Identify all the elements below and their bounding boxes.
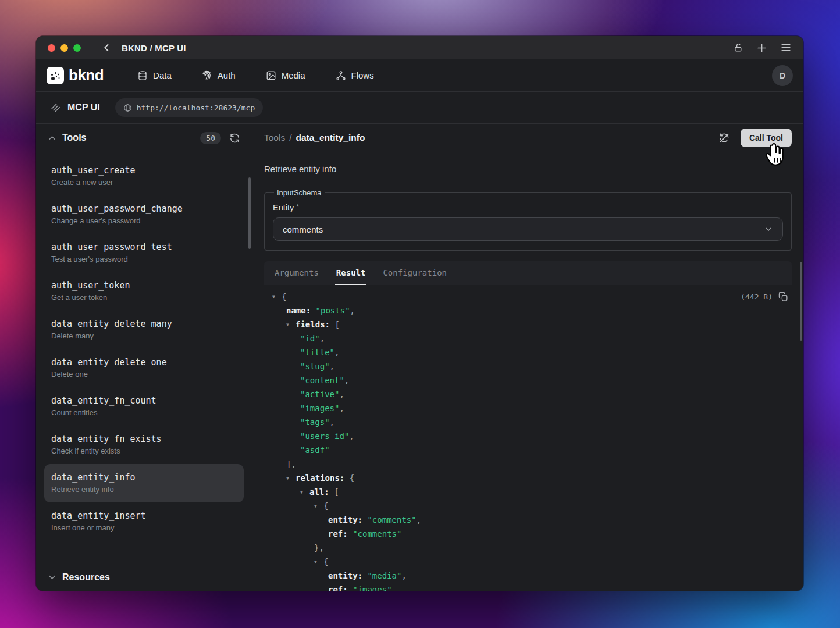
auto-refresh-off-icon[interactable]	[718, 132, 730, 144]
tool-description: Get a user token	[51, 293, 237, 302]
window-title: BKND / MCP UI	[122, 43, 186, 53]
nav-item-label: Data	[153, 70, 172, 80]
minimize-window-button[interactable]	[60, 44, 68, 52]
resources-section-header[interactable]: Resources	[36, 563, 252, 591]
json-line: name: "posts",	[272, 304, 792, 317]
resources-section-title: Resources	[62, 572, 110, 583]
json-line: "content",	[272, 373, 792, 387]
tool-list-item[interactable]: data_entity_info Retrieve entity info	[44, 464, 244, 502]
collapse-toggle-icon[interactable]: ▼	[286, 318, 296, 332]
json-line: "asdf"	[272, 443, 792, 457]
json-line: "active",	[272, 387, 792, 401]
entity-field-label: Entity*	[273, 203, 783, 212]
server-url: http://localhost:28623/mcp	[137, 104, 255, 112]
sidebar-scrollbar[interactable]	[248, 177, 251, 249]
tool-name: data_entity_delete_one	[51, 357, 237, 368]
close-window-button[interactable]	[48, 44, 55, 52]
tool-list-item[interactable]: auth_user_password_change Change a user'…	[36, 195, 252, 234]
result-scrollbar[interactable]	[800, 262, 802, 341]
tool-name: data_entity_fn_exists	[51, 434, 237, 445]
server-url-pill[interactable]: http://localhost:28623/mcp	[115, 98, 264, 117]
required-asterisk: *	[296, 203, 299, 211]
result-size-badge: (442 B)	[741, 292, 773, 301]
chevron-up-icon[interactable]	[48, 134, 56, 142]
nav-item-media[interactable]: Media	[266, 70, 305, 81]
tool-description: Retrieve entity info	[51, 485, 237, 494]
back-icon[interactable]	[102, 42, 112, 53]
refresh-tools-icon[interactable]	[229, 133, 240, 144]
tool-list: auth_user_create Create a new user auth_…	[36, 152, 252, 563]
tool-list-item[interactable]: data_entity_fn_count Count entities	[36, 387, 252, 426]
tool-description: Delete one	[51, 370, 237, 379]
lock-icon[interactable]	[734, 42, 743, 53]
fingerprint-icon	[202, 70, 212, 81]
json-line: ▼{	[272, 555, 792, 569]
nav-item-data[interactable]: Data	[137, 70, 172, 81]
tab-arguments[interactable]: Arguments	[273, 261, 320, 285]
tool-description: Retrieve entity info	[264, 164, 792, 174]
tools-count-badge: 50	[200, 132, 221, 144]
bknd-logo[interactable]: bknd	[47, 66, 104, 84]
json-line: ▼fields: [	[272, 317, 792, 331]
collapse-toggle-icon[interactable]: ▼	[314, 499, 323, 513]
nav-items: Data Auth Media Flows	[137, 70, 374, 81]
bknd-logo-icon	[47, 67, 64, 84]
tool-list-item[interactable]: auth_user_create Create a new user	[36, 157, 252, 195]
new-tab-icon[interactable]	[756, 42, 767, 53]
content-area: Tools 50 auth_user_create Create a new u…	[36, 124, 803, 591]
tool-list-item[interactable]: data_entity_delete_many Delete many	[36, 311, 252, 349]
json-line: ref: "comments"	[272, 527, 792, 541]
tool-detail-body: Retrieve entity info InputSchema Entity*…	[252, 152, 803, 591]
tools-sidebar: Tools 50 auth_user_create Create a new u…	[36, 124, 252, 591]
tool-name: auth_user_create	[51, 165, 237, 176]
mcp-header-row: MCP UI http://localhost:28623/mcp	[36, 92, 803, 124]
tool-list-item[interactable]: data_entity_delete_one Delete one	[36, 349, 252, 387]
tool-name: data_entity_delete_many	[51, 319, 237, 330]
tools-section-header[interactable]: Tools 50	[36, 124, 252, 152]
breadcrumb-current: data_entity_info	[296, 133, 365, 143]
nav-item-label: Auth	[218, 70, 236, 80]
menu-icon[interactable]	[780, 42, 792, 53]
nav-item-flows[interactable]: Flows	[336, 70, 374, 81]
collapse-toggle-icon[interactable]: ▼	[272, 290, 282, 304]
tool-description: Test a user's password	[51, 255, 237, 264]
title-bar: BKND / MCP UI	[36, 36, 803, 59]
tool-description: Insert one or many	[51, 523, 237, 533]
app-window: BKND / MCP UI bknd Data	[36, 36, 803, 591]
tool-description: Create a new user	[51, 178, 237, 187]
json-line: "title",	[272, 345, 792, 359]
tool-detail-panel: Tools / data_entity_info Call Tool Retri…	[252, 124, 803, 591]
json-meta: (442 B)	[741, 290, 788, 304]
tool-name: data_entity_fn_count	[51, 395, 237, 406]
copy-icon[interactable]	[778, 292, 788, 302]
collapse-toggle-icon[interactable]: ▼	[300, 486, 309, 499]
user-avatar[interactable]: D	[772, 65, 793, 86]
tool-list-item[interactable]: data_entity_fn_exists Check if entity ex…	[36, 426, 252, 464]
tool-description: Change a user's password	[51, 216, 237, 226]
collapse-toggle-icon[interactable]: ▼	[314, 555, 323, 569]
traffic-lights	[48, 44, 81, 52]
result-tabs: Arguments Result Configuration	[264, 261, 792, 285]
json-line: ▼relations: {	[272, 471, 792, 485]
chevron-down-icon[interactable]	[48, 573, 56, 581]
json-line: ref: "images"	[272, 583, 792, 591]
tool-list-item[interactable]: auth_user_token Get a user token	[36, 272, 252, 311]
brand-wordmark: bknd	[69, 66, 104, 84]
tab-configuration[interactable]: Configuration	[382, 261, 448, 285]
tool-list-item[interactable]: data_entity_insert Insert one or many	[36, 502, 252, 541]
nav-item-auth[interactable]: Auth	[202, 70, 236, 81]
tool-list-item[interactable]: auth_user_password_test Test a user's pa…	[36, 234, 252, 272]
breadcrumb-section[interactable]: Tools	[264, 133, 285, 143]
app-nav-bar: bknd Data Auth Media	[36, 59, 803, 92]
mcp-title: MCP UI	[67, 102, 100, 113]
call-tool-button[interactable]: Call Tool	[741, 129, 792, 147]
tool-name: auth_user_password_change	[51, 204, 237, 215]
mcp-icon	[50, 102, 61, 113]
json-result-viewer: ▼{name: "posts",▼fields: ["id","title","…	[264, 290, 792, 591]
tab-result[interactable]: Result	[335, 261, 367, 285]
json-line: ▼{	[272, 290, 792, 304]
maximize-window-button[interactable]	[73, 44, 81, 52]
tool-name: auth_user_token	[51, 280, 237, 291]
collapse-toggle-icon[interactable]: ▼	[286, 472, 296, 486]
entity-select[interactable]: comments	[273, 217, 783, 241]
